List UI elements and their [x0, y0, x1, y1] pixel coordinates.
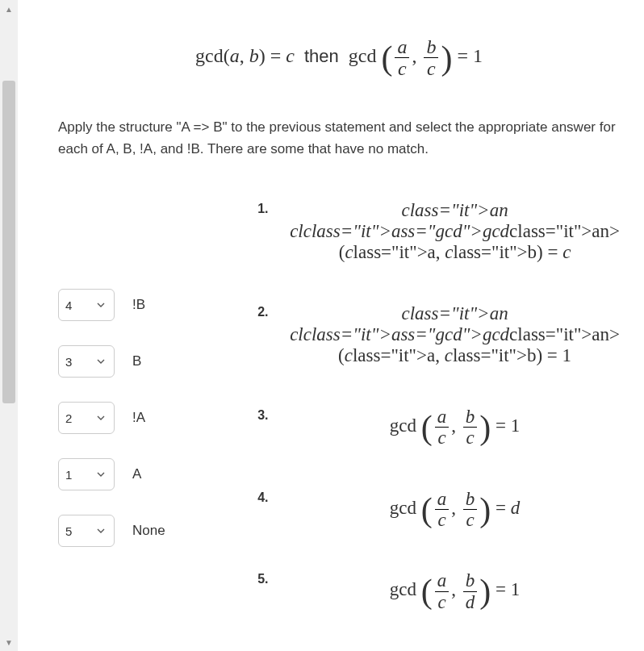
option-row: 5.gcd (ac, bd) = 1	[257, 570, 620, 612]
selector-label: B	[132, 353, 141, 369]
selectors-column: 12345!B12345B12345!A12345A12345None	[58, 200, 225, 651]
answer-select-b[interactable]: 12345	[58, 345, 115, 378]
vertical-scrollbar[interactable]: ▲ ▼	[0, 0, 18, 651]
option-number: 2.	[257, 303, 290, 319]
option-equation: gcd (ac, bc) = d	[290, 489, 620, 531]
frac-num: b	[424, 36, 438, 58]
main-equation: gcd(a, b) = c then gcd (ac, bc) = 1	[58, 36, 620, 80]
frac-den: c	[395, 58, 409, 79]
selector-row: 12345B	[58, 345, 225, 378]
scroll-up-arrow[interactable]: ▲	[0, 0, 18, 18]
option-number: 3.	[257, 407, 290, 423]
selector-label: A	[132, 466, 141, 482]
option-equation: class="it">an clclass="it">ass="gcd">gcd…	[290, 200, 620, 263]
frac-num: a	[395, 36, 409, 58]
scroll-down-arrow[interactable]: ▼	[0, 633, 18, 651]
scroll-thumb[interactable]	[2, 81, 15, 403]
connector-then: then	[304, 46, 339, 66]
instruction-text: Apply the structure "A => B" to the prev…	[58, 116, 620, 160]
option-row: 2.class="it">an clclass="it">ass="gcd">g…	[257, 303, 620, 366]
selector-row: 12345A	[58, 458, 225, 490]
selector-label: !B	[132, 297, 145, 313]
option-equation: gcd (ac, bc) = 1	[290, 407, 620, 449]
selector-label: !A	[132, 410, 145, 426]
selector-row: 12345!A	[58, 402, 225, 434]
equals-one: = 1	[457, 45, 483, 66]
option-row: 3.gcd (ac, bc) = 1	[257, 407, 620, 449]
option-equation: class="it">an clclass="it">ass="gcd">gcd…	[290, 303, 620, 366]
answer-select-not-a[interactable]: 12345	[58, 402, 115, 434]
question-body: 12345!B12345B12345!A12345A12345None 1.cl…	[58, 200, 620, 651]
option-row: 1.class="it">an clclass="it">ass="gcd">g…	[257, 200, 620, 263]
selector-row: 12345None	[58, 515, 225, 547]
question-content: gcd(a, b) = c then gcd (ac, bc) = 1 Appl…	[18, 0, 644, 651]
option-row: 4.gcd (ac, bc) = d	[257, 489, 620, 531]
answer-select-a[interactable]: 12345	[58, 458, 115, 490]
options-column: 1.class="it">an clclass="it">ass="gcd">g…	[257, 200, 620, 651]
gcd-label: gcd	[349, 45, 377, 66]
option-number: 1.	[257, 200, 290, 216]
frac-den: c	[424, 58, 438, 79]
selector-row: 12345!B	[58, 289, 225, 321]
answer-select-not-b[interactable]: 12345	[58, 289, 115, 321]
selector-label: None	[132, 523, 165, 539]
option-number: 5.	[257, 570, 290, 586]
option-number: 4.	[257, 489, 290, 505]
var-a: a	[230, 45, 240, 66]
option-equation: gcd (ac, bd) = 1	[290, 570, 620, 612]
answer-select-none[interactable]: 12345	[58, 515, 115, 547]
